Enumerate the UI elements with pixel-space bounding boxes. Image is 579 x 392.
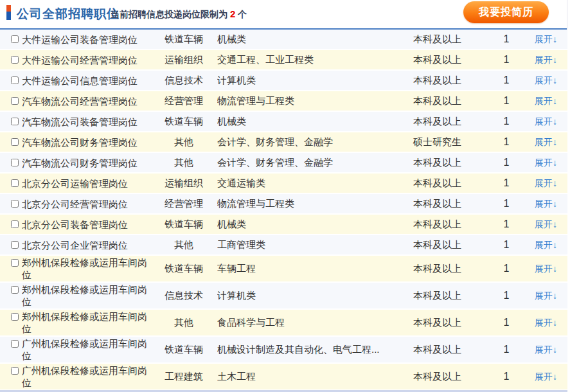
expand-link[interactable]: 展开↓	[535, 263, 557, 274]
expand-cell: 展开↓	[524, 317, 567, 329]
job-title: 汽车物流公司财务管理岗位	[22, 136, 150, 148]
job-major: 交通工程、工业工程类	[217, 54, 413, 66]
job-count: 1	[488, 157, 524, 168]
table-row: 大件运输公司装备管理岗位铁道车辆机械类本科及以上1展开↓	[0, 30, 567, 50]
limit-note-prefix: 当前招聘信息投递岗位限制为	[111, 9, 227, 19]
table-row: 北京分公司经营管理岗位经营管理物流管理与工程类本科及以上1展开↓	[0, 194, 567, 215]
title-accent-bar	[6, 5, 11, 20]
job-select-checkbox[interactable]	[11, 313, 19, 321]
job-major: 物流管理与工程类	[217, 95, 413, 107]
job-education: 本科及以上	[413, 33, 488, 46]
expand-link[interactable]: 展开↓	[535, 116, 557, 127]
table-row: 广州机保段检修或运用车间岗位工程建筑土木工程本科及以上1展开↓	[0, 364, 567, 391]
job-select-checkbox[interactable]	[11, 159, 19, 166]
job-major: 机械类	[217, 116, 413, 128]
checkbox-cell	[0, 153, 22, 172]
job-title: 大件运输公司信息管理岗位	[22, 75, 150, 87]
limit-note-suffix: 个	[238, 9, 247, 19]
job-title: 广州机保段检修或运用车间岗位	[22, 364, 150, 389]
job-select-checkbox[interactable]	[11, 138, 19, 146]
job-category: 其他	[150, 157, 217, 169]
job-education: 本科及以上	[413, 263, 488, 275]
job-count: 1	[488, 116, 524, 127]
job-education: 硕士研究生	[413, 136, 488, 148]
job-title: 北京分公司企业管理岗位	[22, 239, 150, 251]
job-count: 1	[488, 263, 524, 274]
job-major: 会计学、财务管理、金融学	[217, 157, 413, 169]
job-select-checkbox[interactable]	[11, 259, 19, 267]
expand-link[interactable]: 展开↓	[535, 178, 557, 188]
expand-link[interactable]: 展开↓	[535, 157, 557, 168]
job-count: 1	[488, 54, 524, 66]
job-select-checkbox[interactable]	[11, 200, 19, 208]
job-select-checkbox[interactable]	[11, 76, 19, 84]
submit-resume-button[interactable]: 我要投简历	[463, 1, 549, 23]
table-row: 广州机保段检修或运用车间岗位铁道车辆机械设计制造及其自动化、电气工程...本科及…	[0, 337, 567, 364]
checkbox-cell	[0, 71, 22, 90]
table-row: 北京分公司运输管理岗位运输组织交通运输类本科及以上1展开↓	[0, 174, 567, 194]
job-table: 大件运输公司装备管理岗位铁道车辆机械类本科及以上1展开↓大件运输公司经营管理岗位…	[0, 30, 567, 391]
job-category: 铁道车辆	[150, 33, 217, 46]
job-select-checkbox[interactable]	[11, 179, 19, 187]
expand-link[interactable]: 展开↓	[535, 199, 557, 209]
job-title: 北京分公司经营管理岗位	[22, 198, 150, 210]
expand-cell: 展开↓	[524, 371, 567, 383]
job-select-checkbox[interactable]	[11, 220, 19, 228]
expand-link[interactable]: 展开↓	[535, 240, 557, 250]
job-count: 1	[488, 95, 524, 107]
expand-link[interactable]: 展开↓	[535, 75, 557, 85]
table-row: 大件运输公司信息管理岗位信息技术计算机类本科及以上1展开↓	[0, 71, 567, 91]
expand-cell: 展开↓	[524, 239, 567, 251]
job-category: 铁道车辆	[150, 218, 217, 231]
job-select-checkbox[interactable]	[11, 340, 19, 348]
job-select-checkbox[interactable]	[11, 367, 19, 375]
job-count: 1	[488, 344, 524, 355]
job-count: 1	[488, 75, 524, 86]
table-row: 汽车物流公司经营管理岗位经营管理物流管理与工程类本科及以上1展开↓	[0, 91, 567, 112]
checkbox-cell	[0, 30, 22, 49]
expand-link[interactable]: 展开↓	[535, 371, 557, 382]
job-select-checkbox[interactable]	[11, 241, 19, 249]
expand-link[interactable]: 展开↓	[535, 96, 557, 106]
checkbox-cell	[0, 91, 22, 111]
job-select-checkbox[interactable]	[11, 97, 19, 105]
job-major: 机械设计制造及其自动化、电气工程...	[217, 344, 413, 356]
table-row: 郑州机保段检修或运用车间岗位信息技术计算机类本科及以上1展开↓	[0, 283, 567, 310]
job-category: 经营管理	[150, 95, 217, 107]
limit-count: 2	[230, 8, 235, 19]
job-education: 本科及以上	[413, 371, 488, 383]
checkbox-cell	[0, 235, 22, 254]
job-education: 本科及以上	[413, 239, 488, 251]
job-select-checkbox[interactable]	[11, 286, 19, 294]
job-major: 交通运输类	[217, 177, 413, 190]
checkbox-cell	[0, 364, 22, 378]
job-education: 本科及以上	[413, 290, 488, 302]
expand-link[interactable]: 展开↓	[535, 55, 557, 65]
table-row: 汽车物流公司财务管理岗位其他会计学、财务管理、金融学本科及以上1展开↓	[0, 153, 567, 174]
job-select-checkbox[interactable]	[11, 56, 19, 64]
job-education: 本科及以上	[413, 198, 488, 210]
checkbox-cell	[0, 132, 22, 152]
job-category: 信息技术	[150, 290, 217, 302]
expand-link[interactable]: 展开↓	[535, 34, 557, 44]
expand-link[interactable]: 展开↓	[535, 219, 557, 229]
expand-cell: 展开↓	[524, 75, 567, 87]
section-header: 公司全部招聘职位 当前招聘信息投递岗位限制为2个 我要投简历	[0, 0, 567, 30]
expand-link[interactable]: 展开↓	[535, 317, 557, 328]
job-count: 1	[488, 239, 524, 251]
job-count: 1	[488, 317, 524, 328]
job-count: 1	[488, 198, 524, 209]
job-select-checkbox[interactable]	[11, 35, 19, 43]
expand-cell: 展开↓	[524, 290, 567, 302]
table-row: 汽车物流公司财务管理岗位其他会计学、财务管理、金融学硕士研究生1展开↓	[0, 132, 567, 153]
job-major: 工商管理类	[217, 239, 413, 251]
expand-link[interactable]: 展开↓	[535, 137, 557, 147]
job-major: 机械类	[217, 33, 413, 46]
checkbox-cell	[0, 310, 22, 324]
job-select-checkbox[interactable]	[11, 118, 19, 125]
expand-link[interactable]: 展开↓	[535, 290, 557, 301]
expand-link[interactable]: 展开↓	[535, 344, 557, 355]
job-education: 本科及以上	[413, 344, 488, 356]
job-education: 本科及以上	[413, 75, 488, 87]
job-count: 1	[488, 136, 524, 148]
